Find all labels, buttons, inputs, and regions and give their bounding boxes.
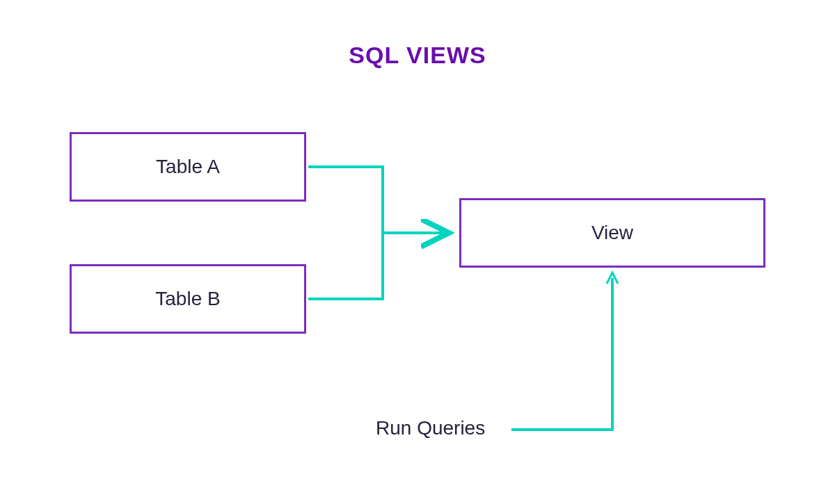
view-label: View	[591, 222, 633, 244]
view-box: View	[459, 198, 765, 268]
table-a-box: Table A	[70, 132, 306, 202]
table-b-connector	[308, 233, 383, 299]
table-a-label: Table A	[156, 156, 220, 178]
run-queries-label: Run Queries	[376, 417, 485, 439]
up-arrowhead	[607, 273, 618, 284]
table-a-connector	[308, 167, 383, 233]
diagram-title: SQL VIEWS	[349, 42, 486, 69]
run-queries-connector	[511, 278, 612, 430]
table-b-box: Table B	[70, 264, 306, 334]
table-b-label: Table B	[155, 288, 220, 310]
